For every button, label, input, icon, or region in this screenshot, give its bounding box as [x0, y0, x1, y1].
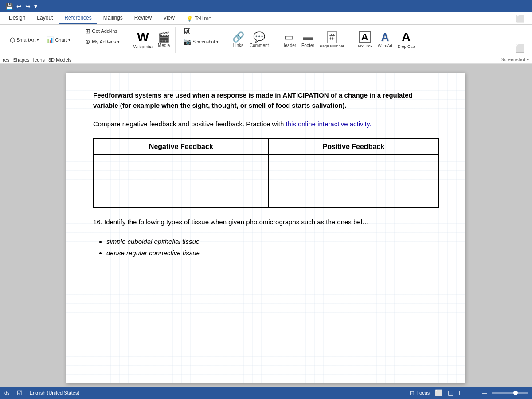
ribbon-group-links: 🔗 Links 💬 Comment: [227, 27, 274, 53]
screenshot-button[interactable]: 📷 Screenshot ▾: [181, 37, 221, 46]
header-icon: ▭: [284, 32, 293, 42]
w-icon: W: [137, 31, 149, 43]
footer-button[interactable]: ▬ Footer: [300, 31, 316, 49]
comment-button[interactable]: 💬 Comment: [248, 31, 270, 49]
left-tab-res[interactable]: res: [3, 57, 9, 63]
table-cell-negative[interactable]: [94, 155, 269, 208]
page-indicator: ds: [4, 390, 10, 395]
online-pic-icon: 🖼: [184, 27, 190, 35]
illustrations-items: ⬡ SmartArt ▾ 📊 Chart ▾: [7, 27, 73, 53]
w-button[interactable]: W Wikipedia: [132, 30, 154, 50]
undo-btn[interactable]: ↩: [15, 2, 23, 11]
zoom-minus[interactable]: —: [482, 390, 487, 395]
links-button[interactable]: 🔗 Links: [231, 31, 246, 49]
my-addins-icon: ⊕: [85, 38, 90, 45]
left-tab-3d-models[interactable]: 3D Models: [48, 57, 72, 63]
smartart-icon: ⬡: [10, 36, 15, 43]
tab-references[interactable]: References: [59, 12, 97, 24]
list-item-cuboidal: simple cuboidal epithelial tissue: [106, 236, 439, 247]
focus-icon: ⊡: [410, 390, 415, 396]
ribbon-right-icon: ⬜: [512, 43, 528, 53]
lightbulb-icon: 💡: [186, 16, 193, 22]
paragraph-feedforward: Feedforward systems are used when a resp…: [93, 90, 439, 110]
ribbon-body: ⬡ SmartArt ▾ 📊 Chart ▾ ⊞ Get Add-ins ⊕ M…: [0, 25, 532, 56]
table-cell-positive[interactable]: [269, 155, 438, 208]
view-separator: |: [459, 390, 460, 395]
page-number-icon: #: [327, 31, 337, 43]
save-btn[interactable]: 💾: [4, 2, 15, 11]
paragraph-compare: Compare negative feedback and positive f…: [93, 119, 439, 129]
identify-text: 16. Identify the following types of tiss…: [93, 218, 362, 226]
tab-mailings[interactable]: Mailings: [98, 12, 128, 24]
dropcap-button[interactable]: A Drop Cap: [396, 30, 417, 50]
page-layout-icon[interactable]: ⬜: [435, 389, 442, 396]
footer-icon: ▬: [303, 32, 313, 42]
tissue-list: simple cuboidal epithelial tissue dense …: [106, 236, 439, 258]
media-icon: 🎬: [158, 32, 170, 42]
ribbon-group-header-footer: ▭ Header ▬ Footer # Page Number: [276, 27, 350, 53]
screenshot-small-btn[interactable]: Screenshot ▾: [501, 57, 529, 63]
chart-icon: 📊: [46, 36, 54, 43]
document-area: Feedforward systems are used when a resp…: [0, 64, 532, 392]
left-tab-bar: res Shapes Icons 3D Models Screenshot ▾: [0, 56, 532, 64]
addins-items: ⊞ Get Add-ins ⊕ My Add-ins ▾: [82, 27, 122, 53]
text-group-items: A Text Box A WordArt A Drop Cap: [356, 27, 417, 53]
open-in-window-icon[interactable]: ⬜: [515, 43, 525, 53]
customize-btn[interactable]: ▾: [32, 2, 39, 11]
ribbon-group-pictures: 🖼 📷 Screenshot ▾: [177, 27, 225, 53]
smartart-button[interactable]: ⬡ SmartArt ▾: [7, 35, 42, 44]
links-icon: 🔗: [232, 32, 244, 42]
dropcap-icon: A: [402, 31, 411, 43]
textbox-icon: A: [359, 31, 371, 43]
restore-window-btn[interactable]: ⬜: [516, 14, 525, 23]
chart-button[interactable]: 📊 Chart ▾: [43, 35, 73, 44]
get-addins-button[interactable]: ⊞ Get Add-ins: [82, 27, 120, 35]
zoom-icon-2[interactable]: ≡: [474, 390, 477, 395]
language-label[interactable]: English (United States): [30, 390, 80, 395]
wordart-icon: A: [381, 32, 389, 43]
media-button[interactable]: 🎬 Media: [156, 31, 172, 49]
page-number-button[interactable]: # Page Number: [318, 31, 346, 49]
zoom-slider[interactable]: [492, 392, 528, 394]
wordart-button[interactable]: A WordArt: [376, 31, 394, 49]
ribbon-group-wikipedia: W Wikipedia 🎬 Media: [128, 27, 176, 53]
online-picture-button[interactable]: 🖼: [181, 27, 192, 35]
ribbon-tabs: Design Layout References Mailings Review…: [0, 12, 532, 25]
ribbon-group-addins: ⊞ Get Add-ins ⊕ My Add-ins ▾: [79, 27, 126, 53]
my-addins-button[interactable]: ⊕ My Add-ins ▾: [82, 37, 122, 46]
my-addins-dropdown-icon[interactable]: ▾: [117, 39, 120, 44]
links-items: 🔗 Links 💬 Comment: [231, 27, 270, 53]
document-page[interactable]: Feedforward systems are used when a resp…: [66, 73, 466, 383]
redo-btn[interactable]: ↪: [23, 2, 32, 11]
zoom-icon-1[interactable]: ≡: [466, 390, 468, 395]
tell-me-input[interactable]: 💡 Tell me: [181, 12, 217, 24]
tab-design[interactable]: Design: [4, 12, 31, 24]
tab-review[interactable]: Review: [129, 12, 157, 24]
wikipedia-items: W Wikipedia 🎬 Media: [132, 27, 172, 53]
list-item-connective: dense regular connective tissue: [106, 247, 439, 259]
screenshot-icon: 📷: [184, 38, 191, 45]
smartart-dropdown-icon[interactable]: ▾: [37, 38, 39, 42]
layout-icon-2[interactable]: ▤: [448, 389, 454, 396]
header-button[interactable]: ▭ Header: [280, 31, 298, 49]
feedforward-bold: Feedforward systems are used when a resp…: [93, 91, 413, 109]
table-row-empty: [94, 155, 438, 208]
paragraph-identify: 16. Identify the following types of tiss…: [93, 217, 439, 227]
table-header-positive: Positive Feedback: [269, 139, 438, 155]
left-tab-icons[interactable]: Icons: [33, 57, 45, 63]
textbox-button[interactable]: A Text Box: [356, 31, 375, 49]
chart-dropdown-icon[interactable]: ▾: [68, 38, 70, 42]
left-tab-shapes[interactable]: Shapes: [13, 57, 29, 63]
feedback-table: Negative Feedback Positive Feedback: [93, 138, 439, 208]
pictures-items: 🖼 📷 Screenshot ▾: [181, 27, 221, 53]
screenshot-dropdown-icon[interactable]: ▾: [216, 39, 219, 44]
compare-text-before: Compare negative feedback and positive f…: [93, 120, 286, 128]
interactive-activity-link[interactable]: this online interactive activity.: [286, 120, 371, 128]
ribbon-group-text: A Text Box A WordArt A Drop Cap: [352, 27, 421, 53]
tab-view[interactable]: View: [158, 12, 180, 24]
focus-button[interactable]: ⊡ Focus: [410, 390, 430, 396]
status-bar: ds ☑ English (United States) ⊡ Focus ⬜ ▤…: [0, 387, 532, 399]
tell-me-label: Tell me: [195, 16, 211, 22]
tab-layout[interactable]: Layout: [31, 12, 58, 24]
table-header-negative: Negative Feedback: [94, 139, 269, 155]
